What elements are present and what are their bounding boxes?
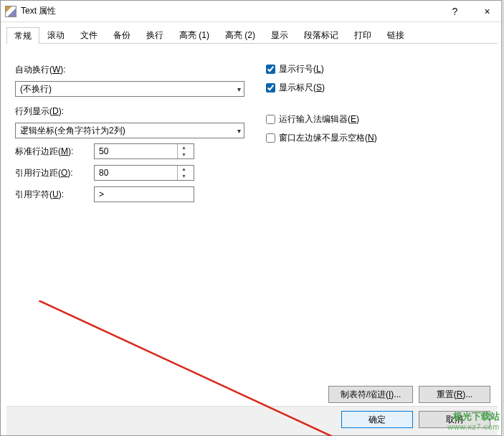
tab-highlight1[interactable]: 高亮 (1) — [171, 27, 217, 43]
spin-up-icon[interactable]: ▲ — [178, 144, 190, 151]
stdmargin-input[interactable] — [95, 146, 177, 156]
autowrap-label: 自动换行(W): — [15, 64, 66, 76]
tab-file[interactable]: 文件 — [72, 27, 105, 43]
ime-label: 运行输入法编辑器(E) — [279, 113, 359, 125]
help-button[interactable]: ? — [439, 1, 471, 22]
nospaces-label: 窗口左边缘不显示空格(N) — [279, 132, 377, 144]
spin-down-icon[interactable]: ▼ — [178, 151, 190, 158]
rowdisp-select[interactable]: 逻辑坐标(全角字符计为2列) ▾ — [15, 123, 244, 138]
close-button[interactable]: × — [471, 1, 503, 22]
quotechar-label: 引用字符(U): — [15, 189, 94, 201]
ruler-checkbox-row[interactable]: 显示标尺(S) — [266, 78, 377, 97]
stdmargin-spinner[interactable]: ▲▼ — [94, 143, 194, 159]
autowrap-value: (不换行) — [20, 83, 52, 95]
button-row-1: 制表符/缩进(I)... 重置(R)... — [6, 383, 498, 406]
ruler-checkbox[interactable] — [266, 83, 275, 93]
quotmargin-input[interactable] — [95, 168, 177, 178]
tab-backup[interactable]: 备份 — [105, 27, 138, 43]
ime-checkbox[interactable] — [266, 115, 275, 124]
window-title: Text 属性 — [21, 5, 56, 17]
linenum-checkbox-row[interactable]: 显示行号(L) — [266, 60, 377, 78]
tab-general[interactable]: 常规 — [6, 27, 39, 44]
ime-checkbox-row[interactable]: 运行输入法编辑器(E) — [266, 110, 377, 128]
nospaces-checkbox-row[interactable]: 窗口左边缘不显示空格(N) — [266, 128, 377, 147]
spin-up-icon[interactable]: ▲ — [178, 166, 190, 173]
tab-content: 自动换行(W): (不换行) ▾ 行列显示(D): 逻辑坐标(全角字符计为2列)… — [6, 44, 498, 383]
tab-highlight2[interactable]: 高亮 (2) — [217, 27, 263, 43]
tab-paragraph[interactable]: 段落标记 — [296, 27, 346, 43]
linenum-label: 显示行号(L) — [279, 63, 324, 75]
button-row-2: 确定 取消 — [6, 406, 498, 435]
nospaces-checkbox[interactable] — [266, 133, 275, 143]
chevron-down-icon: ▾ — [237, 85, 241, 93]
ok-button[interactable]: 确定 — [341, 411, 413, 428]
spin-down-icon[interactable]: ▼ — [178, 173, 190, 180]
titlebar: Text 属性 ? × — [1, 1, 503, 22]
rowdisp-label: 行列显示(D): — [15, 105, 64, 118]
cancel-button[interactable]: 取消 — [419, 411, 490, 428]
quotechar-input[interactable] — [94, 186, 194, 202]
tab-wrap[interactable]: 换行 — [138, 27, 171, 43]
tab-print[interactable]: 打印 — [346, 27, 379, 43]
tab-link[interactable]: 链接 — [379, 27, 412, 43]
quotmargin-label: 引用行边距(O): — [15, 167, 94, 179]
stdmargin-label: 标准行边距(M): — [15, 146, 94, 158]
tabstrip: 常规 滚动 文件 备份 换行 高亮 (1) 高亮 (2) 显示 段落标记 打印 … — [6, 27, 498, 44]
tab-display[interactable]: 显示 — [263, 27, 296, 43]
quotmargin-spinner[interactable]: ▲▼ — [94, 165, 194, 181]
ruler-label: 显示标尺(S) — [279, 82, 325, 94]
rowdisp-value: 逻辑坐标(全角字符计为2列) — [20, 125, 125, 137]
reset-button[interactable]: 重置(R)... — [419, 386, 490, 403]
right-edge-strip — [501, 0, 504, 436]
app-icon — [5, 6, 16, 17]
linenum-checkbox[interactable] — [266, 65, 275, 74]
tab-scroll[interactable]: 滚动 — [39, 27, 72, 43]
tabs-indent-button[interactable]: 制表符/缩进(I)... — [328, 386, 413, 403]
chevron-down-icon: ▾ — [237, 127, 241, 135]
autowrap-select[interactable]: (不换行) ▾ — [15, 81, 244, 97]
